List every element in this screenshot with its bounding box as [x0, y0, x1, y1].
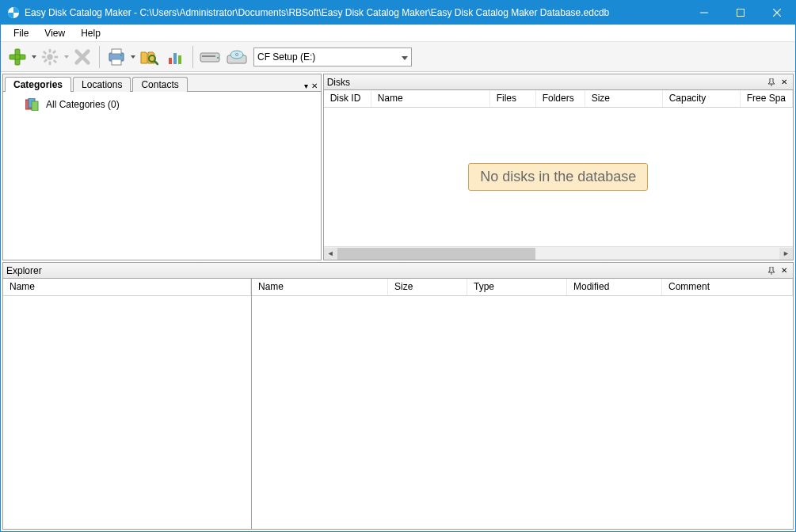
- add-button[interactable]: [4, 44, 31, 70]
- empty-disks-message: No disks in the database: [468, 163, 648, 191]
- menu-view[interactable]: View: [36, 26, 73, 40]
- tab-contacts[interactable]: Contacts: [132, 77, 187, 92]
- categories-panel: Categories Locations Contacts All Catego…: [2, 74, 322, 260]
- print-dropdown-icon[interactable]: [130, 44, 135, 70]
- chart-button[interactable]: [162, 44, 189, 70]
- drive-combo-value: CF Setup (E:): [257, 51, 315, 63]
- tree-root-label: All Categories (0): [46, 99, 120, 110]
- explorer-list-area[interactable]: [252, 296, 793, 529]
- explorer-panel-title: Explorer: [6, 265, 764, 276]
- search-button[interactable]: [135, 44, 162, 70]
- svg-rect-17: [44, 58, 48, 62]
- svg-point-34: [236, 53, 238, 55]
- col-files[interactable]: Files: [490, 90, 536, 107]
- svg-rect-26: [169, 58, 172, 64]
- disks-column-headers: Disk ID Name Files Folders Size Capacity…: [324, 90, 793, 108]
- category-tree[interactable]: All Categories (0): [3, 92, 321, 260]
- tab-categories[interactable]: Categories: [5, 77, 71, 92]
- pin-icon[interactable]: [766, 77, 777, 88]
- col-size[interactable]: Size: [585, 90, 663, 107]
- toolbar-separator: [192, 46, 193, 68]
- pin-icon[interactable]: [766, 265, 777, 276]
- disks-horizontal-scrollbar[interactable]: ◄ ►: [324, 246, 793, 260]
- col-modified[interactable]: Modified: [567, 279, 662, 295]
- svg-rect-15: [53, 59, 57, 63]
- panel-close-icon[interactable]: ✕: [779, 77, 790, 88]
- svg-rect-16: [52, 49, 56, 53]
- svg-point-9: [47, 54, 52, 59]
- col-folders[interactable]: Folders: [536, 90, 585, 107]
- settings-button[interactable]: [36, 44, 63, 70]
- explorer-list-pane: Name Size Type Modified Comment: [252, 279, 793, 529]
- menubar: File View Help: [1, 25, 795, 42]
- window-title: Easy Disk Catalog Maker - C:\Users\Admin…: [25, 7, 686, 18]
- col-free-space[interactable]: Free Spa: [741, 90, 793, 107]
- svg-point-23: [120, 55, 122, 56]
- svg-rect-22: [112, 59, 121, 65]
- menu-file[interactable]: File: [6, 26, 36, 40]
- svg-rect-10: [49, 48, 51, 52]
- scroll-thumb[interactable]: [337, 248, 535, 260]
- col-name[interactable]: Name: [3, 279, 251, 295]
- drive-button[interactable]: [196, 44, 223, 70]
- close-button[interactable]: [759, 1, 795, 25]
- tab-locations[interactable]: Locations: [73, 77, 131, 92]
- app-icon: [7, 6, 20, 19]
- scroll-left-icon[interactable]: ◄: [324, 248, 337, 260]
- tab-menu-dropdown-icon[interactable]: [304, 80, 308, 91]
- minimize-button[interactable]: [686, 1, 722, 25]
- toolbar: CF Setup (E:): [1, 42, 795, 72]
- chevron-down-icon: [402, 51, 408, 63]
- disks-panel: Disks ✕ Disk ID Name Files Folders Size …: [323, 74, 794, 260]
- explorer-panel: Explorer ✕ Name Name Size Type Modified …: [2, 262, 794, 530]
- explorer-tree-area[interactable]: [3, 296, 251, 529]
- disks-list-area: No disks in the database: [324, 108, 793, 246]
- tree-root-node[interactable]: All Categories (0): [10, 98, 314, 111]
- settings-dropdown-icon[interactable]: [63, 44, 69, 70]
- svg-rect-28: [178, 55, 181, 64]
- col-disk-id[interactable]: Disk ID: [324, 90, 371, 107]
- category-icon: [25, 98, 41, 111]
- svg-rect-37: [32, 101, 38, 111]
- svg-line-25: [154, 61, 158, 64]
- svg-rect-21: [112, 49, 121, 54]
- disc-drive-button[interactable]: [223, 44, 250, 70]
- svg-rect-13: [55, 55, 59, 58]
- svg-point-31: [217, 57, 219, 59]
- svg-rect-30: [202, 55, 215, 57]
- explorer-tree-pane: Name: [3, 279, 252, 529]
- svg-rect-6: [10, 55, 25, 59]
- svg-rect-27: [173, 53, 177, 64]
- toolbar-separator: [99, 46, 100, 68]
- scroll-track[interactable]: [337, 248, 779, 260]
- svg-rect-14: [43, 50, 47, 54]
- disks-panel-title: Disks: [327, 77, 764, 88]
- svg-rect-29: [200, 53, 219, 62]
- svg-rect-11: [49, 61, 51, 65]
- maximize-button[interactable]: [722, 1, 759, 25]
- tab-close-icon[interactable]: [311, 80, 318, 91]
- col-type[interactable]: Type: [467, 279, 567, 295]
- tab-row: Categories Locations Contacts: [3, 74, 321, 92]
- scroll-right-icon[interactable]: ►: [779, 248, 793, 260]
- drive-combo[interactable]: CF Setup (E:): [253, 48, 412, 66]
- add-dropdown-icon[interactable]: [31, 44, 36, 70]
- svg-rect-2: [737, 10, 745, 17]
- col-size[interactable]: Size: [388, 279, 467, 295]
- delete-button[interactable]: [69, 44, 96, 70]
- col-comment[interactable]: Comment: [662, 279, 793, 295]
- menu-help[interactable]: Help: [73, 26, 109, 40]
- svg-rect-12: [42, 55, 46, 58]
- col-name[interactable]: Name: [252, 279, 388, 295]
- col-capacity[interactable]: Capacity: [663, 90, 741, 107]
- titlebar: Easy Disk Catalog Maker - C:\Users\Admin…: [1, 1, 795, 25]
- print-button[interactable]: [103, 44, 130, 70]
- panel-close-icon[interactable]: ✕: [779, 265, 790, 276]
- col-name[interactable]: Name: [371, 90, 490, 107]
